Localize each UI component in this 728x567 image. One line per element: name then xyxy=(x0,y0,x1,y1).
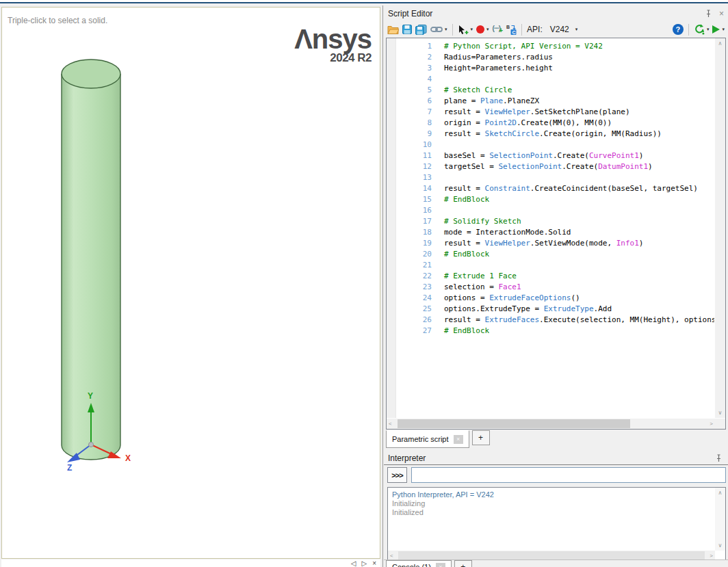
chevron-down-icon[interactable]: ▾ xyxy=(445,27,447,32)
line-number: 15 xyxy=(387,194,444,205)
scroll-up-icon[interactable]: ∧ xyxy=(716,38,725,49)
scrollbar-thumb[interactable] xyxy=(398,551,705,559)
code-token: selection = xyxy=(444,282,498,291)
code-token: plane = xyxy=(444,96,480,105)
code-token: ExtrudeFaces xyxy=(485,315,539,324)
code-token: .Create(origin, MM(Radius)) xyxy=(539,129,662,138)
code-token: Plane xyxy=(480,96,503,105)
convert-script-button[interactable]: BC xyxy=(506,24,517,35)
scrollbar-thumb[interactable] xyxy=(398,419,630,428)
line-number: 22 xyxy=(387,271,444,282)
scroll-left-icon[interactable]: < xyxy=(387,419,394,429)
code-line: 8origin = Point2D.Create(MM(0), MM(0)) xyxy=(387,118,714,129)
triad-origin xyxy=(89,443,94,447)
code-line: 10 xyxy=(387,140,714,150)
code-line: 14result = Constraint.CreateCoincident(b… xyxy=(387,183,714,194)
add-console-button[interactable]: + xyxy=(454,560,472,567)
code-token: ViewHelper xyxy=(485,239,530,248)
run-step-button[interactable]: ▾ xyxy=(694,24,710,35)
code-token: ) xyxy=(639,151,644,160)
code-token: result = xyxy=(444,184,485,193)
cylinder-body[interactable] xyxy=(62,74,120,460)
svg-text:C: C xyxy=(512,30,516,35)
nav-prev-button[interactable]: ◁ xyxy=(351,559,356,567)
nav-next-button[interactable]: ▷ xyxy=(361,559,367,567)
code-line: 3Height=Parameters.height xyxy=(387,63,714,74)
code-lines[interactable]: 1# Python Script, API Version = V2422Rad… xyxy=(387,41,714,418)
code-token: result = xyxy=(444,239,485,248)
code-line: 2Radius=Parameters.radius xyxy=(387,52,714,63)
select-tool-button[interactable]: ▾ xyxy=(458,25,473,35)
add-tab-button[interactable]: + xyxy=(472,430,490,445)
interpreter-horizontal-scrollbar[interactable]: < > xyxy=(388,551,715,560)
tab-close-icon[interactable]: × xyxy=(454,435,463,444)
line-number: 19 xyxy=(387,238,444,249)
open-script-button[interactable] xyxy=(387,25,399,34)
code-token: .SetViewMode(mode, xyxy=(530,239,616,248)
cylinder-top-face[interactable] xyxy=(62,60,120,88)
3d-viewport[interactable]: Triple-click to select a solid. Λnsys 20… xyxy=(1,7,380,559)
code-line: 4 xyxy=(387,74,714,85)
code-token: ExtrudeType xyxy=(544,304,594,313)
chevron-down-icon[interactable]: ▾ xyxy=(471,27,473,32)
scrollbar-corner xyxy=(715,419,725,429)
interpreter-output[interactable]: Python Interpreter, API = V242Initializi… xyxy=(387,487,726,561)
chevron-down-icon[interactable]: ▾ xyxy=(486,27,489,32)
ansys-logo: Λnsys 2024 R2 xyxy=(294,25,372,65)
code-line: 1# Python Script, API Version = V242 xyxy=(387,41,714,52)
scroll-down-icon[interactable]: ∨ xyxy=(716,408,725,418)
code-token: CurvePoint1 xyxy=(589,151,639,160)
tab-parametric-script[interactable]: Parametric script × xyxy=(386,430,469,448)
code-editor[interactable]: 1# Python Script, API Version = V2422Rad… xyxy=(386,38,726,430)
line-number: 5 xyxy=(387,85,444,96)
scroll-right-icon[interactable]: > xyxy=(707,419,715,429)
pin-icon[interactable] xyxy=(705,10,712,18)
code-token: .Create(MM(0), MM(0)) xyxy=(517,118,612,127)
console-close-icon[interactable]: × xyxy=(436,563,445,567)
interpreter-vertical-scrollbar[interactable]: ∧ ∨ xyxy=(715,488,725,551)
script-editor-panel: Script Editor × ▾ ▾ ▾ xyxy=(384,5,728,567)
close-icon[interactable]: × xyxy=(719,10,724,18)
line-number: 20 xyxy=(387,249,444,260)
save-script-button[interactable] xyxy=(402,25,412,34)
chevron-down-icon[interactable]: ▾ xyxy=(707,27,710,32)
cylinder-scene[interactable]: Y X Z xyxy=(29,49,173,486)
code-token: # Extrude 1 Face xyxy=(444,272,517,280)
line-number: 2 xyxy=(387,52,444,63)
record-button[interactable]: ▾ xyxy=(476,25,489,34)
pin-icon[interactable] xyxy=(715,454,723,462)
interpreter-output-line: Initialized xyxy=(392,508,710,517)
scroll-down-icon[interactable]: ∨ xyxy=(716,540,725,551)
code-token: Face1 xyxy=(498,282,521,291)
nav-close-button[interactable]: × xyxy=(372,559,376,567)
scroll-up-icon[interactable]: ∧ xyxy=(716,488,725,498)
code-vertical-scrollbar[interactable]: ∧ ∨ xyxy=(715,38,725,418)
save-script-as-button[interactable] xyxy=(415,25,427,35)
code-horizontal-scrollbar[interactable]: < > xyxy=(387,419,715,429)
code-line: 9result = SketchCircle.Create(origin, MM… xyxy=(387,129,714,140)
tab-console[interactable]: Console (1) × xyxy=(386,560,452,567)
interpreter-output-line: Python Interpreter, API = V242 xyxy=(392,490,710,499)
code-line: 5# Sketch Circle xyxy=(387,85,714,96)
line-number: 8 xyxy=(387,118,444,129)
code-token: Point2D xyxy=(485,118,517,127)
line-number: 16 xyxy=(387,205,444,216)
code-token: Constraint xyxy=(485,184,530,193)
panel-splitter[interactable] xyxy=(382,5,383,567)
insert-parameters-button[interactable]: (···)+ xyxy=(493,25,503,34)
run-script-button[interactable]: ▾ xyxy=(712,25,725,34)
link-parameters-button[interactable]: ▾ xyxy=(430,26,447,33)
code-line: 13 xyxy=(387,172,714,183)
help-button[interactable]: ? xyxy=(673,24,684,35)
api-version-dropdown[interactable]: ▾ xyxy=(575,27,578,32)
code-token: DatumPoint1 xyxy=(598,162,648,171)
line-number: 13 xyxy=(387,172,444,183)
code-token: # Sketch Circle xyxy=(444,85,512,94)
chevron-down-icon[interactable]: ▾ xyxy=(722,27,725,32)
interpreter-input[interactable] xyxy=(411,467,726,483)
viewport-hint: Triple-click to select a solid. xyxy=(8,16,107,25)
line-number: 17 xyxy=(387,216,444,227)
code-token: # EndBlock xyxy=(444,195,489,204)
line-number: 23 xyxy=(387,282,444,293)
code-token: targetSel = xyxy=(444,162,498,171)
